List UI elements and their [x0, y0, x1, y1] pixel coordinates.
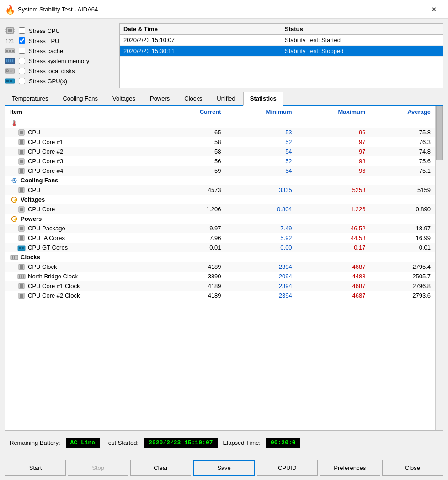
cpuid-button[interactable]: CPUID	[257, 460, 318, 476]
content-area: Stress CPU 123 Stress FPU	[0, 19, 448, 456]
app-icon: 🔥	[5, 5, 14, 14]
svg-rect-18	[10, 59, 11, 62]
tab-powers[interactable]: Powers	[143, 92, 176, 105]
stress-disks-label[interactable]: Stress local disks	[29, 68, 75, 75]
row-cpu-core2-temp[interactable]: CPU Core #2 58 54 97 74.8	[5, 147, 435, 156]
row-cpu-core1-clock[interactable]: CPU Core #1 Clock 4189 2394 4687 2796.8	[5, 281, 435, 291]
tab-voltages[interactable]: Voltages	[106, 92, 142, 105]
tab-temperatures[interactable]: Temperatures	[5, 92, 55, 105]
stress-memory-label[interactable]: Stress system memory	[29, 58, 89, 64]
fan-cpu-icon	[17, 187, 26, 193]
save-button[interactable]: Save	[193, 460, 255, 476]
stress-cache-label[interactable]: Stress cache	[29, 48, 63, 54]
log-header-status: Status	[281, 24, 443, 34]
row-cpu-gt-cores-power[interactable]: CPU GT Cores 0.01 0.00 0.17 0.01	[5, 243, 435, 252]
clear-button[interactable]: Clear	[130, 460, 191, 476]
scrollbar-thumb[interactable]	[436, 106, 443, 160]
battery-value: AC Line	[66, 438, 100, 448]
cache-chip-icon	[5, 47, 15, 54]
svg-rect-61	[14, 256, 15, 259]
top-section: Stress CPU 123 Stress FPU	[5, 23, 443, 88]
row-cpu-core1-temp[interactable]: CPU Core #1 58 52 97 76.3	[5, 137, 435, 147]
stress-cpu-checkbox[interactable]	[19, 27, 25, 34]
log-status-1: Stability Test: Started	[281, 35, 443, 45]
start-button[interactable]: Start	[5, 460, 66, 476]
stress-gpu-label[interactable]: Stress GPU(s)	[29, 78, 67, 85]
row-cpu-core-voltage[interactable]: CPU Core 1.206 0.804 1.226 0.890	[5, 204, 435, 214]
battery-label: Remaining Battery:	[10, 439, 60, 446]
col-average: Average	[370, 106, 435, 118]
svg-point-23	[7, 70, 8, 71]
svg-rect-60	[12, 256, 13, 259]
row-cooling-fan-cpu[interactable]: CPU 4573 3335 5253 5159	[5, 185, 435, 195]
svg-rect-39	[20, 160, 23, 163]
svg-rect-45	[20, 188, 23, 192]
svg-rect-62	[16, 256, 16, 259]
row-cpu-temp[interactable]: CPU 65 53 96 75.8	[5, 128, 435, 137]
cpu-core3-icon	[17, 158, 26, 165]
stress-fpu-checkbox[interactable]	[19, 37, 25, 44]
col-current: Current	[164, 106, 226, 118]
svg-text:⚡: ⚡	[13, 197, 18, 203]
log-status-2: Stability Test: Stopped	[281, 46, 443, 56]
tabs-bar: Temperatures Cooling Fans Voltages Power…	[5, 92, 443, 106]
cpu-core1-icon	[17, 139, 26, 145]
svg-rect-49	[20, 208, 23, 211]
main-window: 🔥 System Stability Test - AIDA64 — □ ✕	[0, 0, 448, 480]
minimize-button[interactable]: —	[386, 3, 405, 16]
row-cpu-package-power[interactable]: CPU Package 9.97 7.49 46.52 18.97	[5, 224, 435, 233]
thermometer-icon	[10, 120, 18, 126]
svg-rect-20	[14, 59, 14, 62]
svg-rect-41	[20, 169, 23, 173]
log-row-2[interactable]: 2020/2/23 15:30:11 Stability Test: Stopp…	[120, 46, 443, 57]
close-button[interactable]: Close	[382, 460, 443, 476]
stress-cpu-label[interactable]: Stress CPU	[29, 27, 60, 34]
checkbox-stress-cpu: Stress CPU	[5, 27, 115, 34]
svg-rect-67	[21, 275, 22, 278]
fpu-chip-icon: 123	[5, 37, 15, 44]
row-cpu-clock[interactable]: CPU Clock 4189 2394 4687 2795.4	[5, 262, 435, 272]
group-temperatures-label	[5, 118, 435, 128]
button-bar: Start Stop Clear Save CPUID Preferences …	[0, 456, 448, 480]
scrollbar[interactable]	[435, 106, 443, 430]
svg-rect-17	[8, 59, 9, 62]
volt-group-icon: ⚡	[10, 197, 18, 203]
stress-cache-checkbox[interactable]	[19, 48, 25, 54]
disk-chip-icon	[5, 67, 15, 75]
clock-core1-icon	[17, 283, 26, 289]
svg-rect-53	[20, 227, 23, 230]
stress-memory-checkbox[interactable]	[19, 58, 25, 64]
cpu-chip-icon	[5, 27, 15, 34]
close-window-button[interactable]: ✕	[425, 3, 443, 16]
clock-core2-icon	[17, 293, 26, 299]
log-row-1[interactable]: 2020/2/23 15:10:07 Stability Test: Start…	[120, 35, 443, 46]
cpu-temp-max: 96	[297, 128, 370, 137]
test-started-label: Test Started:	[105, 439, 139, 446]
row-cpu-core4-temp[interactable]: CPU Core #4 59 54 96 75.1	[5, 166, 435, 176]
stop-button[interactable]: Stop	[68, 460, 128, 476]
maximize-button[interactable]: □	[405, 3, 424, 16]
preferences-button[interactable]: Preferences	[320, 460, 380, 476]
row-cpu-ia-cores-power[interactable]: CPU IA Cores 7.96 5.92 44.58 16.99	[5, 233, 435, 243]
stress-fpu-label[interactable]: Stress FPU	[29, 37, 59, 44]
tab-cooling-fans[interactable]: Cooling Fans	[56, 92, 105, 105]
checkbox-stress-cache: Stress cache	[5, 47, 115, 54]
cpu-temp-min: 53	[226, 128, 297, 137]
stress-disks-checkbox[interactable]	[19, 68, 25, 74]
clock-cpu-icon	[17, 264, 26, 270]
elapsed-value: 00:20:0	[266, 438, 300, 448]
clock-group-icon	[10, 254, 18, 261]
svg-point-58	[22, 247, 24, 249]
tab-unified[interactable]: Unified	[210, 92, 242, 105]
row-north-bridge-clock[interactable]: North Bridge Clock 3890 2094 4488 2505.7	[5, 272, 435, 281]
svg-rect-57	[19, 247, 21, 249]
tab-clocks[interactable]: Clocks	[177, 92, 209, 105]
group-powers-label: ⚡ Powers	[5, 214, 435, 224]
row-cpu-core3-temp[interactable]: CPU Core #3 56 52 98 75.6	[5, 156, 435, 166]
fan-group-icon	[10, 177, 18, 184]
tab-statistics[interactable]: Statistics	[243, 92, 283, 106]
svg-rect-33	[20, 131, 23, 134]
row-cpu-core2-clock[interactable]: CPU Core #2 Clock 4189 2394 4687 2793.6	[5, 291, 435, 300]
stress-gpu-checkbox[interactable]	[19, 78, 25, 84]
group-clocks-label: Clocks	[5, 252, 435, 262]
